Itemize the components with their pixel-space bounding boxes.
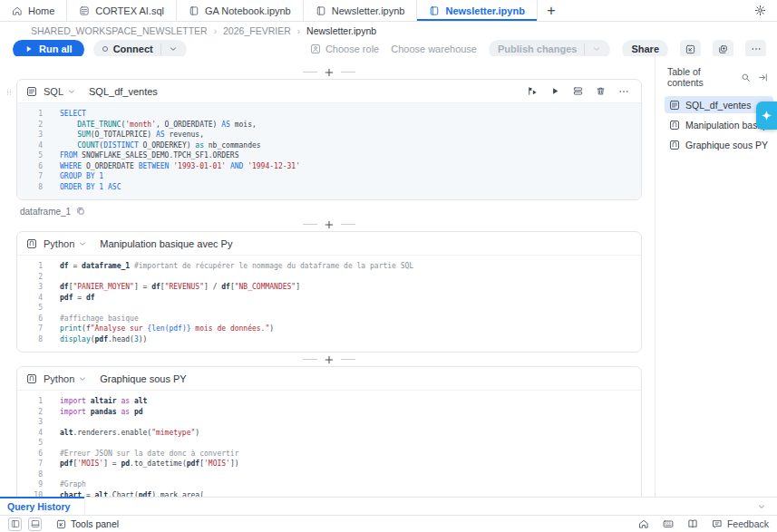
line-number: 7 (17, 459, 43, 469)
chevron-down-icon (78, 239, 87, 248)
collapse-panel-icon[interactable] (758, 73, 768, 82)
toggle-bottom-panel-button[interactable] (28, 517, 42, 531)
line-number: 4 (17, 428, 43, 439)
line-number: 7 (17, 171, 43, 182)
more-actions-icon[interactable] (618, 86, 629, 97)
keyboard-shortcuts-icon[interactable] (663, 518, 674, 529)
code-line: 5 (17, 438, 641, 449)
line-number: 4 (17, 293, 43, 304)
chevron-down-icon[interactable] (169, 44, 178, 53)
home-icon[interactable] (638, 518, 649, 529)
tab-label: Newsletter.ipynb (332, 5, 405, 16)
add-tab-button[interactable]: + (538, 0, 565, 21)
tab-ga-notebook-ipynb[interactable]: GA Notebook.ipynb (177, 0, 304, 21)
sql-file-icon (79, 5, 90, 16)
tab-bar: HomeCORTEX AI.sqlGA Notebook.ipynbNewsle… (0, 0, 777, 22)
add-cell-divider[interactable] (16, 355, 642, 363)
code-line: 5 (17, 303, 641, 314)
code-line: 4pdf = df (17, 293, 641, 304)
notebook-icon (429, 5, 440, 16)
boxed-arrow-icon (685, 44, 695, 54)
panel-bottom-icon (31, 519, 40, 528)
add-cell-divider[interactable] (16, 220, 642, 228)
divider-line (341, 224, 355, 225)
show-results-icon[interactable] (573, 86, 583, 96)
breadcrumb-separator: › (297, 26, 300, 36)
cell-code-editor[interactable]: 1df = dataframe_1 #important de récupére… (17, 255, 641, 352)
code-line: 9#Graph (17, 479, 641, 490)
search-icon[interactable] (741, 73, 751, 82)
toggle-left-panel-button[interactable] (8, 517, 22, 531)
tab-label: Home (28, 5, 54, 16)
tab-home[interactable]: Home (0, 0, 67, 21)
notebook-cell-graphique-sous-py: PythonGraphique sous PY1import altair as… (16, 366, 642, 497)
share-label: Share (631, 44, 659, 54)
sql-cell-icon (26, 86, 37, 97)
tab-label: Newsletter.ipynb (445, 5, 524, 16)
feedback-chat-icon (712, 518, 723, 529)
line-number: 1 (17, 261, 43, 272)
query-history-bar: Query History (0, 497, 777, 515)
cell-language-selector[interactable]: Python (44, 238, 87, 249)
pill-divider (584, 44, 585, 55)
code-line: 6#Erreur JSON sur la date donc à convert… (17, 449, 641, 459)
run-all-above-icon[interactable] (528, 86, 538, 96)
line-number: 5 (17, 303, 43, 314)
choose-role-button[interactable]: Choose role (310, 44, 379, 54)
settings-gear-button[interactable] (743, 0, 777, 21)
choose-warehouse-button[interactable]: Choose warehouse (391, 44, 477, 54)
line-number: 9 (17, 479, 43, 490)
feedback-button[interactable]: Feedback (712, 518, 769, 529)
cell-title[interactable]: Manipulation basique avec Py (100, 238, 232, 249)
divider-line (341, 72, 355, 73)
query-history-label: Query History (7, 501, 70, 512)
ai-assistant-button[interactable] (756, 102, 777, 130)
cell-code-editor[interactable]: 1SELECT2 DATE_TRUNC('month', O_ORDERDATE… (17, 102, 641, 199)
cell-language-selector[interactable]: SQL (44, 86, 76, 97)
add-cell-divider[interactable] (16, 68, 642, 76)
code-line: 2 DATE_TRUNC('month', O_ORDERDATE) AS mo… (17, 120, 641, 131)
breadcrumb-item-shared-workspace-newsletter[interactable]: SHARED_WORKSPACE_NEWSLETTER (31, 25, 208, 36)
toc-item-graphique-sous-py[interactable]: Graphique sous PY (665, 136, 773, 153)
cells-canvas: SQLSQL_df_ventes1SELECT2 DATE_TRUNC('mon… (0, 56, 655, 497)
code-line: 1import altair as alt (17, 396, 641, 407)
cell-language-label: Python (44, 373, 74, 384)
copy-icon[interactable] (76, 207, 85, 216)
tools-panel-button[interactable]: Tools panel (56, 518, 119, 529)
notebook-icon (316, 5, 326, 16)
cell-title[interactable]: SQL_df_ventes (89, 86, 158, 97)
cell-language-selector[interactable]: Python (44, 373, 87, 384)
line-number: 1 (17, 396, 43, 407)
notebook-cell-manipulation-basique-avec-py: PythonManipulation basique avec Py1df = … (16, 231, 642, 353)
cell-drag-handle[interactable] (5, 86, 13, 98)
divider-line (303, 72, 317, 73)
toc-item-label: Graphique sous PY (685, 140, 768, 150)
cell-title[interactable]: Graphique sous PY (100, 373, 186, 384)
tab-newsletter-ipynb-active[interactable]: Newsletter.ipynb (417, 0, 537, 21)
chevron-down-icon[interactable] (592, 44, 601, 53)
choose-warehouse-label: Choose warehouse (391, 44, 477, 54)
cell-header: PythonManipulation basique avec Py (17, 232, 641, 255)
status-bar: Tools panel Feedback (0, 515, 777, 532)
tab-newsletter-ipynb[interactable]: Newsletter.ipynb (304, 0, 418, 21)
code-line: 10chart = alt.Chart(pdf).mark_area( (17, 490, 641, 498)
query-history-tab[interactable]: Query History (0, 498, 85, 515)
connection-status-dot (102, 46, 108, 52)
pill-divider (160, 44, 161, 55)
cell-code-editor[interactable]: 1import altair as alt2import pandas as p… (17, 390, 641, 497)
code-line: 2import pandas as pd (17, 407, 641, 418)
tabbar-spacer (565, 0, 743, 21)
docs-book-icon[interactable] (687, 518, 698, 529)
code-line: 3 SUM(O_TOTALPRICE) AS revenus, (17, 130, 641, 140)
divider-line (341, 359, 355, 360)
tab-cortex-ai-sql[interactable]: CORTEX AI.sql (67, 0, 177, 21)
run-cell-icon[interactable] (550, 86, 560, 96)
line-number: 6 (17, 161, 43, 172)
breadcrumb-item-2026-fevrier[interactable]: 2026_FEVRIER (223, 25, 291, 36)
add-cell-plus-icon (324, 219, 335, 230)
breadcrumb-item-newsletter-ipynb[interactable]: Newsletter.ipynb (306, 25, 376, 36)
collapse-chevron-icon[interactable] (757, 502, 777, 511)
delete-cell-icon[interactable] (596, 86, 606, 96)
line-number: 10 (17, 490, 43, 498)
code-line: 4alt.renderers.enable("mimetype") (17, 428, 641, 439)
